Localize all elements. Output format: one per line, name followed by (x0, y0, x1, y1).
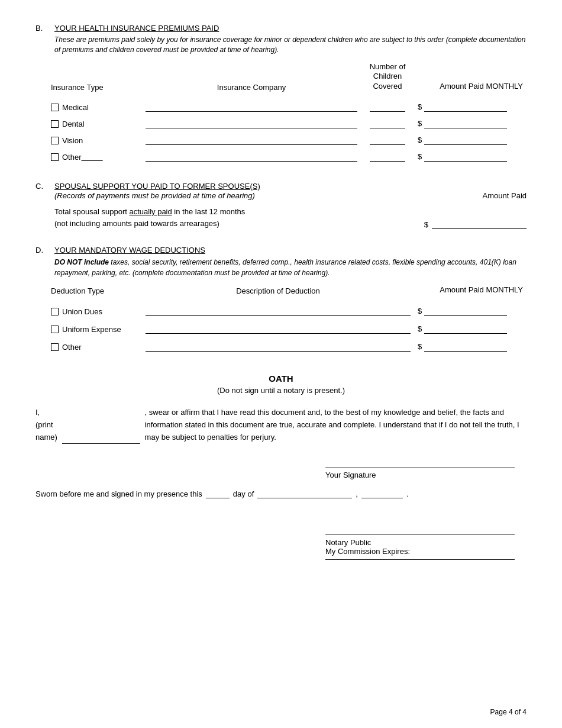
uniform-expense-desc-field[interactable] (146, 324, 411, 334)
dental-row: Dental (51, 120, 138, 128)
medical-row: Medical (51, 103, 138, 112)
medical-amount-field[interactable] (424, 102, 507, 112)
dental-children-field[interactable] (370, 119, 405, 128)
union-dues-desc-field[interactable] (146, 307, 411, 316)
vision-checkbox[interactable] (51, 137, 59, 144)
spousal-support-row: Total spousal support actually paid in t… (54, 206, 527, 229)
other-b-checkbox[interactable] (51, 153, 59, 161)
spousal-amount-field[interactable] (432, 220, 527, 229)
th-num-children: Number of Children Covered (361, 60, 414, 95)
th-description: Description of Deduction (142, 283, 414, 298)
signature-area: Your Signature (35, 468, 527, 479)
vision-company-field[interactable] (146, 136, 357, 145)
other-b-dollar: $ (418, 152, 422, 161)
commission-label: My Commission Expires: (325, 547, 515, 556)
sworn-comma: , (356, 489, 358, 498)
section-c-subtitle: (Records of payments must be provided at… (54, 191, 260, 200)
spousal-text-parens: (not including amounts paid towards arre… (54, 219, 219, 228)
your-signature-label: Your Signature (325, 471, 515, 479)
section-b-title: YOUR HEALTH INSURANCE PREMIUMS PAID (54, 24, 219, 33)
th-amount-monthly: Amount Paid MONTHLY (414, 283, 527, 298)
section-b-letter: B. (35, 24, 47, 33)
medical-children-field[interactable] (370, 102, 405, 112)
table-row: Uniform Expense $ (47, 320, 527, 338)
dental-company-field[interactable] (146, 119, 357, 128)
other-d-desc-field[interactable] (146, 342, 411, 352)
union-dues-label: Union Dues (62, 307, 102, 316)
table-row: Union Dues $ (47, 302, 527, 320)
table-row: Vision $ (47, 132, 527, 149)
oath-body2: , swear or affirm that I have read this … (145, 407, 527, 443)
page-number: Page 4 of 4 (490, 708, 527, 716)
sworn-period: . (406, 489, 409, 498)
spousal-underline: actually paid (129, 207, 172, 216)
commission-line (325, 559, 515, 560)
dental-label: Dental (62, 120, 85, 128)
uniform-expense-label: Uniform Expense (62, 325, 121, 334)
th-insurance-company: Insurance Company (142, 60, 361, 95)
section-d: D. YOUR MANDATORY WAGE DEDUCTIONS DO NOT… (35, 246, 527, 356)
notary-signature-line (325, 534, 515, 534)
vision-label: Vision (62, 136, 83, 145)
amount-paid-header-c: Amount Paid (483, 191, 527, 200)
table-row: Other $ (47, 149, 527, 165)
other-b-label: Other (62, 153, 103, 162)
dental-checkbox[interactable] (51, 120, 59, 128)
other-b-amount-field[interactable] (424, 152, 507, 162)
spousal-text-before: Total spousal support (54, 207, 129, 216)
section-d-title: YOUR MANDATORY WAGE DEDUCTIONS (54, 246, 205, 255)
spousal-text: Total spousal support actually paid in t… (54, 206, 245, 229)
uniform-expense-checkbox[interactable] (51, 326, 59, 333)
sworn-month-field[interactable] (257, 489, 352, 498)
deductions-table: Deduction Type Description of Deduction … (47, 283, 527, 356)
sworn-text: Sworn before me and signed in my presenc… (35, 489, 202, 498)
notary-section: Notary Public My Commission Expires: (35, 534, 527, 560)
sworn-year-field[interactable] (361, 489, 403, 498)
do-not-include-bold: DO NOT include (54, 258, 109, 266)
union-dues-amount-field[interactable] (424, 307, 507, 316)
other-d-label: Other (62, 343, 82, 352)
notary-public-label: Notary Public (325, 538, 515, 547)
other-d-dollar: $ (418, 342, 422, 351)
vision-amount-field[interactable] (424, 136, 507, 145)
other-d-amount-field[interactable] (424, 342, 507, 352)
oath-body: I, (print name) , swear or affirm that I… (35, 407, 527, 443)
medical-company-field[interactable] (146, 102, 357, 112)
section-b: B. YOUR HEALTH INSURANCE PREMIUMS PAID T… (35, 24, 527, 165)
medical-checkbox[interactable] (51, 104, 59, 111)
th-insurance-type: Insurance Type (47, 60, 142, 95)
dental-amount-field[interactable] (424, 119, 507, 128)
day-of-label: day of (233, 489, 254, 498)
th-amount-paid: Amount Paid MONTHLY (414, 60, 527, 95)
spousal-text-after: in the last 12 months (172, 207, 246, 216)
dental-dollar: $ (418, 119, 422, 128)
section-c-title: SPOUSAL SUPPORT YOU PAID TO FORMER SPOUS… (54, 182, 260, 191)
spousal-amount: $ (396, 220, 527, 229)
table-row: Dental $ (47, 115, 527, 132)
section-c-letter: C. (35, 182, 47, 200)
sworn-day-field[interactable] (206, 489, 230, 498)
union-dues-row: Union Dues (51, 307, 138, 316)
section-d-subtitle: DO NOT include taxes, social security, r… (54, 257, 527, 278)
sworn-row: Sworn before me and signed in my presenc… (35, 489, 527, 498)
section-c: C. SPOUSAL SUPPORT YOU PAID TO FORMER SP… (35, 182, 527, 229)
insurance-table: Insurance Type Insurance Company Number … (47, 60, 527, 166)
other-b-children-field[interactable] (370, 152, 405, 162)
other-d-checkbox[interactable] (51, 343, 59, 351)
print-name-field[interactable] (62, 431, 140, 444)
union-dues-checkbox[interactable] (51, 308, 59, 315)
oath-section: OATH (Do not sign until a notary is pres… (35, 373, 527, 559)
print-name-row: I, (print name) , swear or affirm that I… (35, 407, 527, 443)
oath-subtitle: (Do not sign until a notary is present.) (35, 386, 527, 395)
vision-dollar: $ (418, 136, 422, 144)
i-print-name-label: I, (print name) (35, 407, 57, 443)
other-b-company-field[interactable] (146, 152, 357, 162)
section-d-subtitle-rest: taxes, social security, retirement benef… (54, 258, 516, 277)
oath-title: OATH (35, 373, 527, 384)
other-b-row: Other (51, 153, 138, 162)
section-d-letter: D. (35, 246, 47, 255)
uniform-expense-amount-field[interactable] (424, 324, 507, 334)
section-b-subtitle: These are premiums paid solely by you fo… (54, 35, 527, 55)
uniform-expense-row: Uniform Expense (51, 325, 138, 334)
vision-children-field[interactable] (370, 136, 405, 145)
